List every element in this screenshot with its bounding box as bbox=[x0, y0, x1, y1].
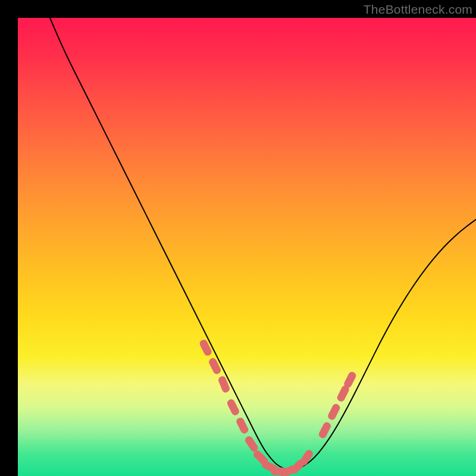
plot-area bbox=[18, 18, 476, 476]
highlighted-segments bbox=[199, 339, 358, 476]
chart-frame: TheBottleneck.com bbox=[0, 0, 476, 476]
watermark-text: TheBottleneck.com bbox=[364, 2, 472, 17]
marker-pill bbox=[235, 416, 249, 435]
marker-pill bbox=[343, 371, 357, 389]
marker-pill bbox=[208, 357, 222, 375]
marker-pill bbox=[199, 339, 213, 357]
marker-pill bbox=[226, 398, 240, 416]
marker-pill bbox=[327, 403, 341, 421]
bottleneck-curve-line bbox=[50, 18, 476, 470]
bottleneck-curve-svg bbox=[18, 18, 476, 476]
marker-pill bbox=[217, 375, 230, 394]
curve-group bbox=[50, 18, 476, 476]
